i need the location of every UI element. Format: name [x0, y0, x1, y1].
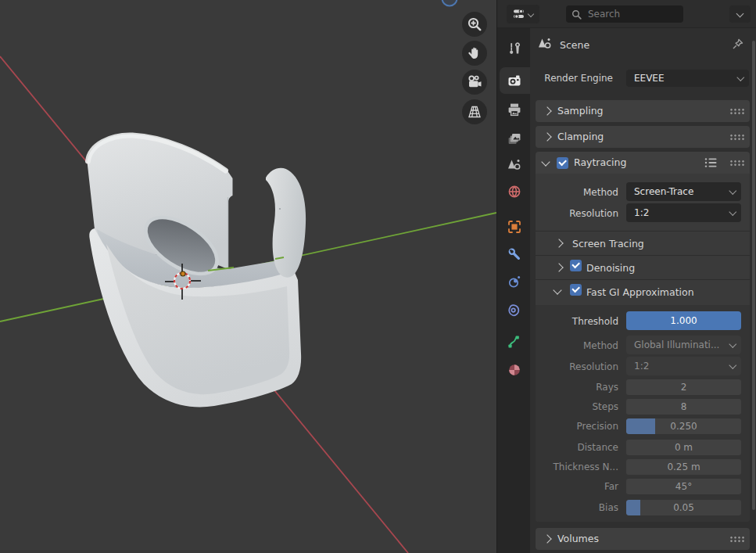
bias-value: 0.05: [673, 502, 694, 513]
panel-header-volumes[interactable]: Volumes: [536, 528, 750, 550]
fast-gi-checkbox[interactable]: [570, 284, 582, 296]
thickness-near-label: Thickness N...: [511, 461, 618, 473]
panel-header-clamping[interactable]: Clamping: [536, 126, 750, 148]
chevron-down-icon: [736, 74, 743, 81]
panel-drag-grip[interactable]: [729, 108, 744, 115]
panel-drag-grip[interactable]: [729, 536, 744, 543]
threshold-value: 1.000: [670, 315, 697, 326]
pin-icon[interactable]: [731, 38, 744, 51]
resolution-dropdown[interactable]: 1:2: [626, 203, 741, 222]
rays-value: 2: [681, 382, 687, 393]
camera-view-button[interactable]: [462, 70, 487, 95]
raytracing-label: Raytracing: [574, 152, 626, 174]
presets-list-icon[interactable]: [704, 157, 718, 168]
render-engine-dropdown[interactable]: EEVEE: [626, 70, 749, 87]
steps-label: Steps: [521, 400, 618, 413]
threshold-label: Threshold: [521, 315, 618, 328]
method-label: Method: [521, 186, 618, 199]
panel-scrollbar[interactable]: [752, 41, 755, 510]
scene-icon: [537, 36, 553, 52]
tab-object[interactable]: [505, 217, 524, 236]
modifiers-icon: [507, 246, 522, 262]
steps-field: 8: [626, 399, 741, 415]
volumes-label: Volumes: [557, 528, 599, 550]
distance-label: Distance: [521, 441, 618, 454]
bias-slider-fill: [626, 500, 640, 515]
header-menu-button[interactable]: [729, 5, 751, 23]
resolution-value: 1:2: [634, 207, 649, 218]
fastgi-resolution-dropdown: 1:2: [626, 357, 741, 375]
fastgi-method-label: Method: [521, 339, 618, 352]
zoom-button[interactable]: [462, 12, 487, 37]
fastgi-method-dropdown: Global Illuminati...: [626, 336, 741, 354]
3d-viewport[interactable]: [0, 0, 496, 553]
thickness-near-value: 0.25 m: [667, 461, 700, 472]
hand-icon: [466, 45, 483, 62]
tab-modifiers[interactable]: [505, 245, 524, 264]
object-icon: [507, 219, 522, 235]
chevron-down-icon: [729, 208, 736, 215]
model-speck: [279, 208, 281, 210]
render-engine-label: Render Engine: [513, 72, 613, 84]
properties-editor: Scene Render Engine EEVEE Sampling Clamp…: [496, 0, 756, 553]
precision-value: 0.250: [670, 421, 697, 432]
properties-tab-strip: [497, 28, 530, 553]
chevron-down-icon: [736, 10, 744, 18]
properties-header: [497, 0, 756, 28]
fast-gi-header[interactable]: Fast GI Approximation: [586, 286, 694, 298]
bias-label: Bias: [521, 501, 618, 514]
properties-editor-icon: [513, 9, 526, 20]
panel-drag-grip[interactable]: [729, 160, 744, 167]
far-value: 45°: [675, 481, 692, 492]
pan-button[interactable]: [462, 41, 487, 66]
tab-output[interactable]: [505, 100, 524, 119]
camera-icon: [466, 74, 483, 91]
viewport-canvas[interactable]: [0, 0, 496, 553]
thickness-near-field: 0.25 m: [626, 459, 741, 475]
precision-slider-fill: [626, 418, 655, 434]
resolution-label: Resolution: [521, 207, 618, 220]
tab-scene[interactable]: [505, 156, 524, 174]
output-icon: [507, 102, 522, 117]
chevron-down-icon: [729, 340, 736, 347]
rays-label: Rays: [521, 381, 618, 393]
view-layer-icon: [507, 131, 522, 146]
steps-value: 8: [681, 401, 687, 412]
chevron-down-icon: [729, 361, 736, 368]
bias-slider: 0.05: [626, 500, 741, 515]
tab-tool[interactable]: [505, 39, 524, 58]
search-icon: [571, 9, 582, 20]
panel-header-sampling[interactable]: Sampling: [536, 100, 750, 122]
search-box[interactable]: [566, 5, 683, 23]
tab-view-layer[interactable]: [505, 129, 524, 148]
panel-header-raytracing[interactable]: Raytracing: [536, 152, 750, 174]
tool-icon: [507, 41, 522, 56]
fastgi-resolution-value: 1:2: [634, 361, 649, 372]
screen-tracing-header[interactable]: Screen Tracing: [572, 238, 644, 250]
far-label: Far: [521, 480, 618, 493]
editor-type-button[interactable]: [507, 5, 539, 23]
render-engine-value: EEVEE: [634, 73, 665, 84]
raytracing-checkbox[interactable]: [557, 157, 568, 169]
denoising-checkbox[interactable]: [570, 260, 582, 271]
distance-field: 0 m: [626, 440, 741, 455]
fastgi-method-value: Global Illuminati...: [634, 339, 719, 350]
chevron-down-icon: [729, 187, 736, 194]
tab-physics[interactable]: [505, 272, 524, 291]
chevron-down-icon: [528, 11, 534, 17]
object-origin-dot: [181, 271, 185, 276]
breadcrumb-scene[interactable]: Scene: [560, 39, 589, 51]
search-input[interactable]: [586, 8, 675, 20]
magnifier-plus-icon: [466, 16, 483, 33]
denoising-header[interactable]: Denoising: [586, 262, 635, 274]
world-icon: [507, 184, 522, 199]
method-dropdown[interactable]: Screen-Trace: [626, 182, 741, 201]
physics-icon: [507, 274, 522, 289]
precision-label: Precision: [521, 420, 618, 433]
panel-drag-grip[interactable]: [729, 134, 744, 141]
threshold-slider[interactable]: 1.000: [626, 311, 741, 330]
rays-field: 2: [626, 379, 741, 395]
far-field: 45°: [626, 479, 741, 494]
clamping-label: Clamping: [557, 126, 604, 148]
grid-toggle-button[interactable]: [462, 99, 487, 124]
